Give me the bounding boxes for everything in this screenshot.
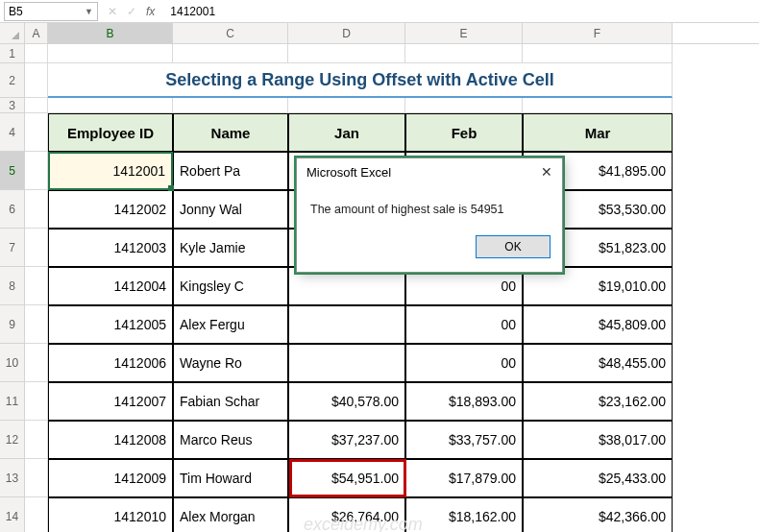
- cell-id[interactable]: 1412006: [48, 344, 173, 382]
- col-header-a[interactable]: A: [25, 23, 48, 43]
- cell-feb[interactable]: 00: [405, 344, 523, 382]
- row-header-6[interactable]: 6: [0, 190, 25, 229]
- row-header-2[interactable]: 2: [0, 63, 25, 98]
- cell-name[interactable]: Jonny Wal: [173, 190, 288, 229]
- cell[interactable]: [25, 497, 48, 532]
- table-header-feb[interactable]: Feb: [405, 113, 523, 152]
- cell-name[interactable]: Kingsley C: [173, 267, 288, 305]
- table-header-jan[interactable]: Jan: [288, 113, 405, 152]
- cell-feb[interactable]: 00: [405, 305, 523, 344]
- cell[interactable]: [25, 98, 48, 113]
- cell-id[interactable]: 1412008: [48, 421, 173, 459]
- col-header-e[interactable]: E: [405, 23, 523, 43]
- cell[interactable]: [173, 44, 288, 63]
- row-header-9[interactable]: 9: [0, 305, 25, 344]
- cell-name[interactable]: Wayne Ro: [173, 344, 288, 382]
- cell[interactable]: [48, 44, 173, 63]
- cell[interactable]: [25, 63, 48, 98]
- cell-mar[interactable]: $42,366.00: [523, 497, 673, 532]
- cell[interactable]: [25, 229, 48, 267]
- row-header-11[interactable]: 11: [0, 382, 25, 421]
- cell-name[interactable]: Alex Fergu: [173, 305, 288, 344]
- cell[interactable]: [288, 98, 405, 113]
- cell-id[interactable]: 1412007: [48, 382, 173, 421]
- cell[interactable]: [25, 305, 48, 344]
- cell[interactable]: [25, 190, 48, 229]
- cell[interactable]: [523, 98, 673, 113]
- cell[interactable]: [405, 44, 523, 63]
- cell-mar[interactable]: $45,809.00: [523, 305, 673, 344]
- cell-feb[interactable]: $17,879.00: [405, 459, 523, 497]
- cell[interactable]: [523, 44, 673, 63]
- cell[interactable]: [288, 44, 405, 63]
- col-header-b[interactable]: B: [48, 23, 173, 43]
- fx-icon[interactable]: fx: [146, 5, 155, 18]
- col-header-c[interactable]: C: [173, 23, 288, 43]
- cell-mar[interactable]: $23,162.00: [523, 382, 673, 421]
- dialog-titlebar[interactable]: Microsoft Excel ✕: [297, 158, 562, 185]
- cell[interactable]: [25, 421, 48, 459]
- col-header-d[interactable]: D: [288, 23, 405, 43]
- table-header-mar[interactable]: Mar: [523, 113, 673, 152]
- cell-jan[interactable]: [288, 267, 405, 305]
- cell-jan[interactable]: $54,951.00: [288, 459, 405, 497]
- row-header-1[interactable]: 1: [0, 44, 25, 63]
- cell-name[interactable]: Robert Pa: [173, 152, 288, 190]
- row-header-13[interactable]: 13: [0, 459, 25, 497]
- cell[interactable]: [25, 44, 48, 63]
- cell-id[interactable]: 1412003: [48, 229, 173, 267]
- cell-id[interactable]: 1412010: [48, 497, 173, 532]
- cell-name[interactable]: Kyle Jamie: [173, 229, 288, 267]
- row-header-10[interactable]: 10: [0, 344, 25, 382]
- cell-id[interactable]: 1412004: [48, 267, 173, 305]
- cell-id[interactable]: 1412001: [48, 152, 173, 190]
- cell-mar[interactable]: $19,010.00: [523, 267, 673, 305]
- cell-jan[interactable]: $37,237.00: [288, 421, 405, 459]
- cell-mar[interactable]: $48,455.00: [523, 344, 673, 382]
- row-header-14[interactable]: 14: [0, 497, 25, 532]
- table-header-id[interactable]: Employee ID: [48, 113, 173, 152]
- cell-feb[interactable]: $33,757.00: [405, 421, 523, 459]
- row-header-4[interactable]: 4: [0, 113, 25, 152]
- cell-jan[interactable]: $26,764.00: [288, 497, 405, 532]
- select-all-corner[interactable]: [0, 23, 25, 43]
- col-header-f[interactable]: F: [523, 23, 673, 43]
- close-icon[interactable]: ✕: [541, 164, 552, 180]
- cell[interactable]: [25, 267, 48, 305]
- row-header-8[interactable]: 8: [0, 267, 25, 305]
- row-header-5[interactable]: 5: [0, 152, 25, 190]
- cell[interactable]: [405, 98, 523, 113]
- cell-name[interactable]: Tim Howard: [173, 459, 288, 497]
- cell-mar[interactable]: $25,433.00: [523, 459, 673, 497]
- cell-name[interactable]: Alex Morgan: [173, 497, 288, 532]
- cell[interactable]: [25, 344, 48, 382]
- row-header-7[interactable]: 7: [0, 229, 25, 267]
- row-header-3[interactable]: 3: [0, 98, 25, 113]
- cell[interactable]: [25, 459, 48, 497]
- formula-input[interactable]: 1412001: [164, 5, 755, 18]
- cell[interactable]: [48, 98, 173, 113]
- cell-feb[interactable]: 00: [405, 267, 523, 305]
- cell-jan[interactable]: [288, 305, 405, 344]
- table-header-name[interactable]: Name: [173, 113, 288, 152]
- page-title[interactable]: Selecting a Range Using Offset with Acti…: [48, 63, 673, 98]
- cell-mar[interactable]: $38,017.00: [523, 421, 673, 459]
- cell-name[interactable]: Marco Reus: [173, 421, 288, 459]
- row-header-12[interactable]: 12: [0, 421, 25, 459]
- cell[interactable]: [25, 113, 48, 152]
- cell[interactable]: [25, 152, 48, 190]
- cell-feb[interactable]: $18,162.00: [405, 497, 523, 532]
- cell-id[interactable]: 1412009: [48, 459, 173, 497]
- cell-id[interactable]: 1412002: [48, 190, 173, 229]
- cell-id[interactable]: 1412005: [48, 305, 173, 344]
- cell-jan[interactable]: [288, 344, 405, 382]
- cell-jan[interactable]: $40,578.00: [288, 382, 405, 421]
- cell[interactable]: [173, 98, 288, 113]
- cell-name[interactable]: Fabian Schar: [173, 382, 288, 421]
- ok-button[interactable]: OK: [476, 235, 551, 258]
- cell[interactable]: [25, 382, 48, 421]
- name-box-dropdown-icon[interactable]: ▼: [85, 7, 93, 16]
- name-box[interactable]: B5 ▼: [4, 2, 98, 21]
- cells[interactable]: Selecting a Range Using Offset with Acti…: [25, 44, 759, 532]
- cell-feb[interactable]: $18,893.00: [405, 382, 523, 421]
